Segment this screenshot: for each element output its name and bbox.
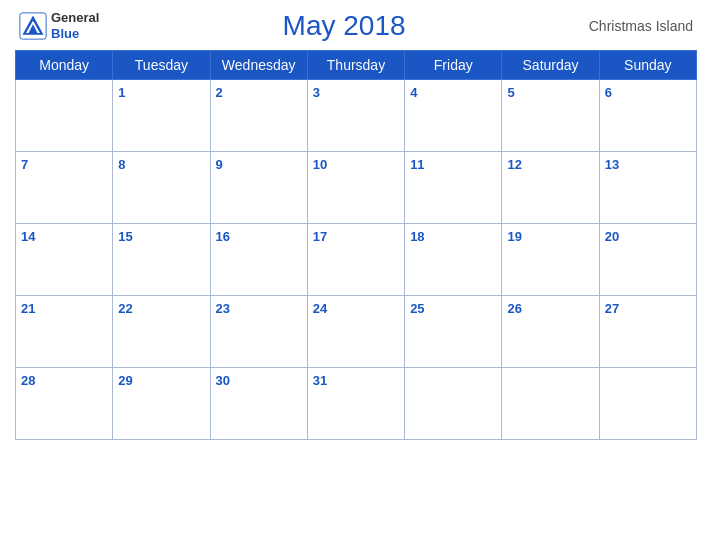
calendar-cell [502, 368, 599, 440]
day-number: 3 [313, 85, 320, 100]
day-number: 15 [118, 229, 132, 244]
calendar-cell: 22 [113, 296, 210, 368]
day-number: 29 [118, 373, 132, 388]
header-saturday: Saturday [502, 51, 599, 80]
day-number: 1 [118, 85, 125, 100]
calendar-cell: 29 [113, 368, 210, 440]
calendar-cell: 30 [210, 368, 307, 440]
day-number: 13 [605, 157, 619, 172]
day-number: 31 [313, 373, 327, 388]
day-number: 25 [410, 301, 424, 316]
day-number: 27 [605, 301, 619, 316]
day-number: 20 [605, 229, 619, 244]
day-number: 14 [21, 229, 35, 244]
day-number: 22 [118, 301, 132, 316]
calendar-table: Monday Tuesday Wednesday Thursday Friday… [15, 50, 697, 440]
calendar-cell: 14 [16, 224, 113, 296]
day-number: 9 [216, 157, 223, 172]
day-number: 26 [507, 301, 521, 316]
day-number: 7 [21, 157, 28, 172]
calendar-cell: 13 [599, 152, 696, 224]
calendar-cell: 1 [113, 80, 210, 152]
header-sunday: Sunday [599, 51, 696, 80]
day-number: 12 [507, 157, 521, 172]
calendar-cell: 8 [113, 152, 210, 224]
calendar-cell: 19 [502, 224, 599, 296]
calendar-week-row-1: 78910111213 [16, 152, 697, 224]
day-number: 18 [410, 229, 424, 244]
day-number: 5 [507, 85, 514, 100]
day-number: 17 [313, 229, 327, 244]
calendar-cell: 20 [599, 224, 696, 296]
calendar-cell [16, 80, 113, 152]
calendar-cell: 12 [502, 152, 599, 224]
day-number: 23 [216, 301, 230, 316]
logo-area: General Blue [19, 10, 99, 41]
calendar-week-row-3: 21222324252627 [16, 296, 697, 368]
header-wednesday: Wednesday [210, 51, 307, 80]
header-thursday: Thursday [307, 51, 404, 80]
calendar-cell: 24 [307, 296, 404, 368]
day-number: 24 [313, 301, 327, 316]
day-number: 30 [216, 373, 230, 388]
calendar-week-row-4: 28293031 [16, 368, 697, 440]
calendar-title: May 2018 [283, 10, 406, 42]
calendar-cell: 25 [405, 296, 502, 368]
calendar-cell [405, 368, 502, 440]
header-tuesday: Tuesday [113, 51, 210, 80]
day-number: 11 [410, 157, 424, 172]
logo-general-text: General [51, 10, 99, 26]
calendar-cell: 6 [599, 80, 696, 152]
logo-text: General Blue [51, 10, 99, 41]
calendar-cell: 26 [502, 296, 599, 368]
day-number: 4 [410, 85, 417, 100]
calendar-cell [599, 368, 696, 440]
calendar-cell: 5 [502, 80, 599, 152]
calendar-cell: 9 [210, 152, 307, 224]
calendar-cell: 28 [16, 368, 113, 440]
calendar-cell: 31 [307, 368, 404, 440]
calendar-cell: 4 [405, 80, 502, 152]
calendar-week-row-2: 14151617181920 [16, 224, 697, 296]
calendar-cell: 17 [307, 224, 404, 296]
calendar-cell: 7 [16, 152, 113, 224]
calendar-cell: 11 [405, 152, 502, 224]
calendar-cell: 23 [210, 296, 307, 368]
calendar-region: Christmas Island [589, 18, 693, 34]
calendar-cell: 3 [307, 80, 404, 152]
logo-blue-text: Blue [51, 26, 99, 42]
day-number: 19 [507, 229, 521, 244]
day-number: 10 [313, 157, 327, 172]
calendar-cell: 21 [16, 296, 113, 368]
day-number: 2 [216, 85, 223, 100]
day-number: 28 [21, 373, 35, 388]
calendar-container: General Blue May 2018 Christmas Island M… [0, 0, 712, 550]
calendar-cell: 10 [307, 152, 404, 224]
calendar-week-row-0: 123456 [16, 80, 697, 152]
day-number: 16 [216, 229, 230, 244]
calendar-cell: 2 [210, 80, 307, 152]
header-friday: Friday [405, 51, 502, 80]
calendar-cell: 27 [599, 296, 696, 368]
day-number: 8 [118, 157, 125, 172]
calendar-cell: 15 [113, 224, 210, 296]
generalblue-logo-icon [19, 12, 47, 40]
weekday-header-row: Monday Tuesday Wednesday Thursday Friday… [16, 51, 697, 80]
calendar-header: General Blue May 2018 Christmas Island [15, 10, 697, 42]
header-monday: Monday [16, 51, 113, 80]
calendar-cell: 16 [210, 224, 307, 296]
day-number: 6 [605, 85, 612, 100]
calendar-cell: 18 [405, 224, 502, 296]
day-number: 21 [21, 301, 35, 316]
